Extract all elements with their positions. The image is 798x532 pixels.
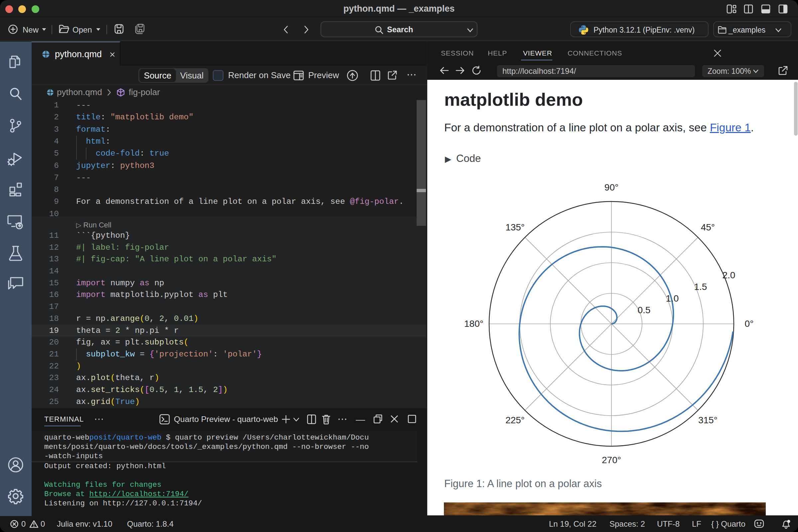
svg-text:0.5: 0.5: [638, 305, 650, 315]
svg-text:270°: 270°: [602, 455, 621, 465]
svg-text:180°: 180°: [464, 319, 483, 329]
svg-text:135°: 135°: [506, 222, 525, 232]
svg-text:225°: 225°: [506, 415, 525, 425]
svg-text:90°: 90°: [605, 182, 619, 192]
svg-text:2.0: 2.0: [722, 270, 735, 280]
svg-text:0°: 0°: [745, 319, 754, 329]
svg-text:45°: 45°: [701, 222, 715, 232]
svg-text:1.5: 1.5: [694, 282, 707, 292]
svg-text:315°: 315°: [698, 415, 718, 425]
svg-text:1.0: 1.0: [666, 293, 679, 304]
